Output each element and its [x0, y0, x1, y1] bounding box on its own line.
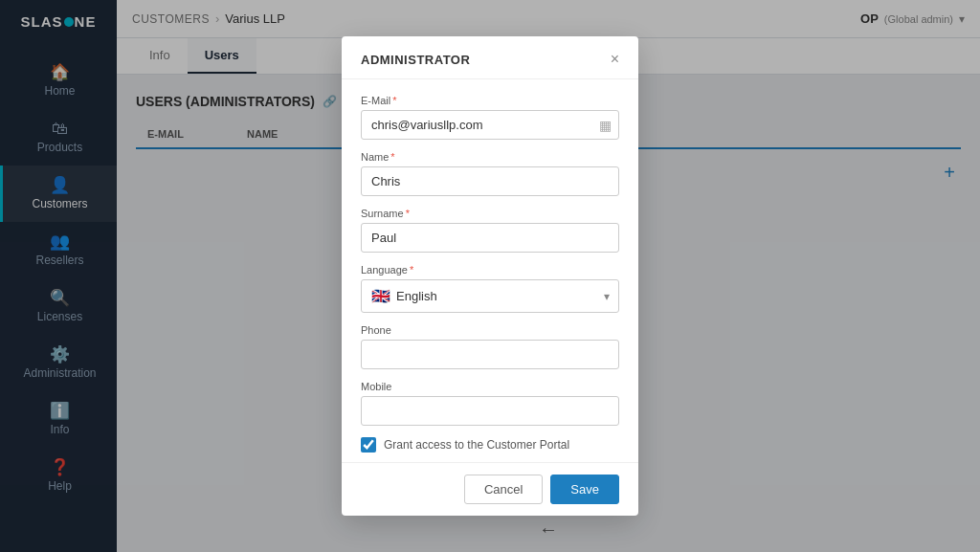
email-field[interactable]	[361, 110, 619, 140]
portal-access-label: Grant access to the Customer Portal	[384, 438, 569, 452]
form-group-mobile: Mobile	[361, 381, 619, 426]
mobile-field[interactable]	[361, 396, 619, 426]
modal-header: ADMINISTRATOR ×	[342, 36, 638, 79]
form-group-language: Language * 🇬🇧 English ▾	[361, 264, 619, 313]
form-group-name: Name *	[361, 151, 619, 196]
form-group-surname: Surname *	[361, 208, 619, 253]
portal-access-checkbox[interactable]	[361, 437, 376, 453]
email-calendar-icon: ▦	[599, 118, 612, 133]
language-value: English	[396, 289, 437, 303]
save-button[interactable]: Save	[550, 475, 619, 504]
email-label: E-Mail *	[361, 95, 619, 106]
language-select[interactable]: 🇬🇧 English	[361, 279, 619, 313]
language-label: Language *	[361, 264, 619, 276]
surname-required: *	[406, 208, 410, 219]
language-required: *	[410, 264, 413, 276]
modal-overlay: ADMINISTRATOR × E-Mail * ▦ Name *	[0, 0, 980, 552]
modal-footer: Cancel Save	[342, 462, 638, 516]
portal-access-group: Grant access to the Customer Portal	[361, 437, 619, 453]
email-required: *	[392, 95, 396, 106]
cancel-button[interactable]: Cancel	[464, 475, 543, 504]
language-flag: 🇬🇧	[371, 287, 390, 305]
form-group-phone: Phone	[361, 324, 619, 369]
surname-field[interactable]	[361, 223, 619, 253]
phone-field[interactable]	[361, 340, 619, 369]
phone-label: Phone	[361, 324, 619, 336]
modal-close-button[interactable]: ×	[611, 52, 619, 67]
administrator-modal: ADMINISTRATOR × E-Mail * ▦ Name *	[342, 36, 638, 516]
name-field[interactable]	[361, 166, 619, 196]
email-input-wrapper: ▦	[361, 110, 619, 140]
name-required: *	[390, 151, 394, 163]
language-select-wrapper: 🇬🇧 English ▾	[361, 279, 619, 313]
form-group-email: E-Mail * ▦	[361, 95, 619, 140]
name-label: Name *	[361, 151, 619, 163]
modal-body: E-Mail * ▦ Name * Surname	[342, 79, 638, 462]
surname-label: Surname *	[361, 208, 619, 219]
modal-title: ADMINISTRATOR	[361, 53, 470, 67]
mobile-label: Mobile	[361, 381, 619, 392]
